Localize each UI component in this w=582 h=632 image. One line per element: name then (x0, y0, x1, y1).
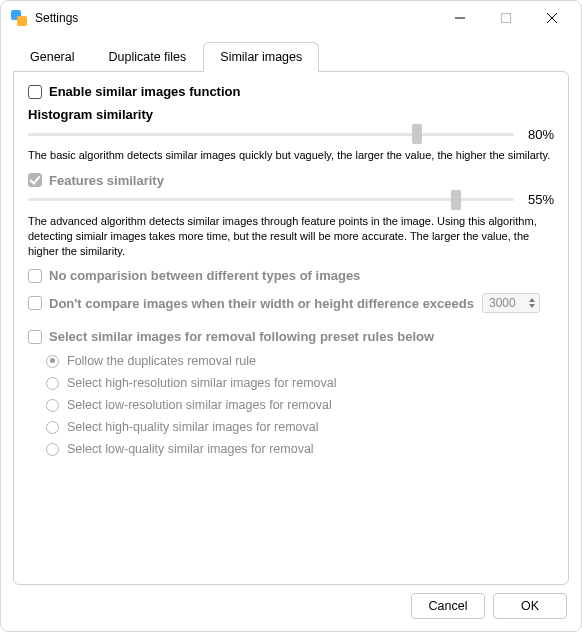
maximize-button[interactable] (483, 3, 529, 33)
dimension-diff-row[interactable]: Don't compare images when their width or… (28, 293, 554, 313)
no-compare-types-row[interactable]: No comparision between different types o… (28, 268, 554, 283)
features-title: Features similarity (49, 173, 164, 188)
radio-icon[interactable] (46, 443, 59, 456)
close-icon (547, 13, 557, 23)
features-desc: The advanced algorithm detects similar i… (28, 214, 554, 259)
preset-rules-options: Follow the duplicates removal rule Selec… (28, 350, 554, 460)
titlebar: Settings (1, 1, 581, 35)
preset-option-label: Select high-quality similar images for r… (67, 420, 318, 434)
preset-rules-label: Select similar images for removal follow… (49, 329, 434, 344)
tab-general[interactable]: General (13, 42, 91, 72)
tab-panel-similar-images: Enable similar images function Histogram… (13, 71, 569, 585)
slider-track (28, 198, 514, 201)
footer: Cancel OK (1, 593, 581, 631)
features-value: 55% (514, 192, 554, 207)
slider-thumb[interactable] (412, 124, 422, 144)
minimize-button[interactable] (437, 3, 483, 33)
dimension-diff-checkbox[interactable] (28, 296, 42, 310)
preset-option-4[interactable]: Select low-quality similar images for re… (28, 438, 554, 460)
enable-label: Enable similar images function (49, 84, 240, 99)
features-checkbox[interactable] (28, 173, 42, 187)
preset-option-2[interactable]: Select low-resolution similar images for… (28, 394, 554, 416)
tabs: General Duplicate files Similar images (1, 35, 581, 71)
close-button[interactable] (529, 3, 575, 33)
enable-checkbox[interactable] (28, 85, 42, 99)
radio-icon[interactable] (46, 377, 59, 390)
slider-track (28, 133, 514, 136)
stepper-icon[interactable] (526, 295, 538, 311)
cancel-button[interactable]: Cancel (411, 593, 485, 619)
ok-button[interactable]: OK (493, 593, 567, 619)
preset-option-label: Select high-resolution similar images fo… (67, 376, 337, 390)
app-icon (11, 10, 27, 26)
svg-rect-1 (502, 14, 511, 23)
dimension-diff-input[interactable]: 3000 (482, 293, 540, 313)
histogram-desc: The basic algorithm detects similar imag… (28, 148, 554, 163)
tab-similar-images[interactable]: Similar images (203, 42, 319, 72)
preset-option-label: Select low-resolution similar images for… (67, 398, 332, 412)
maximize-icon (501, 13, 511, 23)
histogram-slider-row: 80% (28, 124, 554, 144)
preset-rules-checkbox[interactable] (28, 330, 42, 344)
radio-icon[interactable] (46, 399, 59, 412)
slider-thumb[interactable] (451, 190, 461, 210)
window-title: Settings (35, 11, 78, 25)
histogram-slider[interactable] (28, 124, 514, 144)
preset-option-label: Select low-quality similar images for re… (67, 442, 314, 456)
dimension-diff-value: 3000 (489, 296, 516, 310)
minimize-icon (455, 13, 465, 23)
preset-option-1[interactable]: Select high-resolution similar images fo… (28, 372, 554, 394)
no-compare-types-checkbox[interactable] (28, 269, 42, 283)
radio-icon[interactable] (46, 355, 59, 368)
preset-option-0[interactable]: Follow the duplicates removal rule (28, 350, 554, 372)
features-row[interactable]: Features similarity (28, 173, 554, 188)
features-slider[interactable] (28, 190, 514, 210)
no-compare-types-label: No comparision between different types o… (49, 268, 360, 283)
dimension-diff-label: Don't compare images when their width or… (49, 296, 474, 311)
histogram-title: Histogram similarity (28, 107, 554, 122)
settings-window: Settings General Duplicate files Similar… (0, 0, 582, 632)
features-slider-row: 55% (28, 190, 554, 210)
histogram-value: 80% (514, 127, 554, 142)
radio-icon[interactable] (46, 421, 59, 434)
preset-option-label: Follow the duplicates removal rule (67, 354, 256, 368)
enable-row[interactable]: Enable similar images function (28, 84, 554, 99)
preset-option-3[interactable]: Select high-quality similar images for r… (28, 416, 554, 438)
preset-rules-row[interactable]: Select similar images for removal follow… (28, 329, 554, 344)
tab-duplicate-files[interactable]: Duplicate files (91, 42, 203, 72)
